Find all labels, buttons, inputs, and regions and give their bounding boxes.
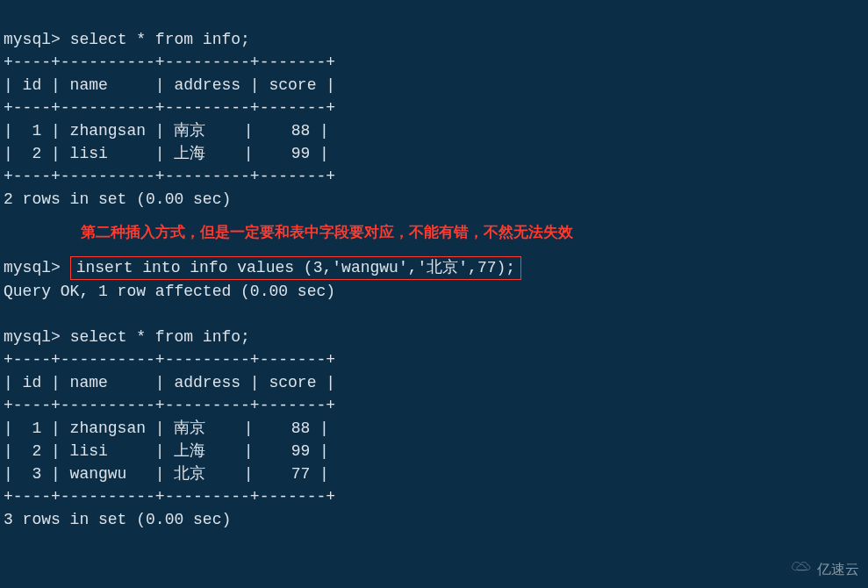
cloud-icon <box>789 558 814 581</box>
query-ok: Query OK, 1 row affected (0.00 sec) <box>4 283 335 300</box>
table-row: | 1 | zhangsan | 南京 | 88 | <box>4 419 329 437</box>
table-header: | id | name | address | score | <box>4 76 335 94</box>
table-row: | 3 | wangwu | 北京 | 77 | <box>4 465 329 483</box>
terminal-output: mysql> select * from info; +----+-------… <box>0 0 868 536</box>
table-row: | 2 | lisi | 上海 | 99 | <box>4 442 329 460</box>
table-row: | 1 | zhangsan | 南京 | 88 | <box>4 122 329 140</box>
table-header: | id | name | address | score | <box>4 374 335 391</box>
table-border: +----+----------+---------+-------+ <box>4 397 335 414</box>
mysql-prompt[interactable]: mysql> <box>4 259 61 276</box>
sql-insert-boxed: insert into info values (3,'wangwu','北京'… <box>70 256 521 280</box>
table-border: +----+----------+---------+-------+ <box>4 99 335 117</box>
table-border: +----+----------+---------+-------+ <box>4 168 335 185</box>
rows-summary: 3 rows in set (0.00 sec) <box>4 511 231 528</box>
mysql-prompt[interactable]: mysql> <box>4 31 61 48</box>
table-border: +----+----------+---------+-------+ <box>4 488 335 506</box>
watermark-text: 亿速云 <box>817 558 859 581</box>
table-border: +----+----------+---------+-------+ <box>4 351 335 369</box>
annotation-text: 第二种插入方式，但是一定要和表中字段要对应，不能有错，不然无法失效 <box>81 221 573 244</box>
table-row: | 2 | lisi | 上海 | 99 | <box>4 145 329 162</box>
table-border: +----+----------+---------+-------+ <box>4 54 335 71</box>
watermark: 亿速云 <box>789 558 859 581</box>
mysql-prompt[interactable]: mysql> <box>4 328 61 346</box>
sql-select-1: select * from info; <box>70 31 250 48</box>
rows-summary: 2 rows in set (0.00 sec) <box>4 190 231 208</box>
sql-select-2: select * from info; <box>70 328 250 346</box>
